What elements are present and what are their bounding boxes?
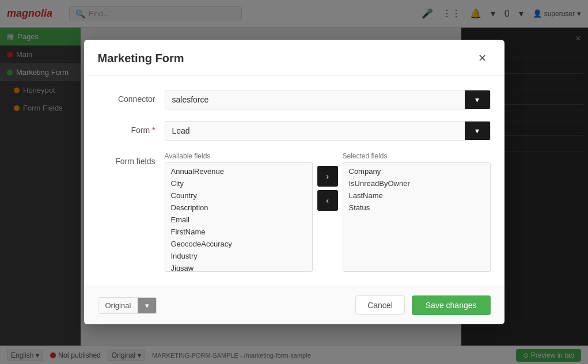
modal-header: Marketing Form ✕ (84, 40, 504, 76)
footer-left: Original ▾ (98, 297, 157, 314)
form-dropdown-button[interactable]: ▾ (465, 122, 490, 140)
available-fields-label: Available fields (165, 152, 313, 160)
field-item-geocodeaccuracy[interactable]: GeocodeAccuracy (165, 238, 312, 250)
modal-body: Connector salesforce ▾ Form * Lead ▾ (84, 76, 504, 286)
move-left-button[interactable]: ‹ (317, 190, 338, 211)
available-fields-col: Available fields AnnualRevenue City Coun… (165, 152, 313, 272)
form-value: Lead (165, 122, 465, 140)
modal-close-button[interactable]: ✕ (475, 50, 491, 66)
field-item-company[interactable]: Company (343, 165, 490, 177)
field-item-city[interactable]: City (165, 177, 312, 189)
field-item-country[interactable]: Country (165, 189, 312, 202)
field-item-firstname[interactable]: FirstName (165, 226, 312, 238)
form-required-marker: * (150, 126, 155, 135)
move-right-button[interactable]: › (317, 166, 338, 187)
variant-dropdown-button[interactable]: ▾ (138, 298, 156, 313)
modal-footer: Original ▾ Cancel Save changes (84, 286, 504, 324)
connector-row: Connector salesforce ▾ (98, 90, 491, 109)
form-fields-row: Form fields Available fields AnnualReven… (98, 152, 491, 272)
field-item-email[interactable]: Email (165, 214, 312, 226)
selected-fields-col: Selected fields Company IsUnreadByOwner … (343, 152, 491, 272)
form-field-label: Form * (98, 121, 155, 135)
variant-text: Original (98, 298, 138, 313)
fields-content: Available fields AnnualRevenue City Coun… (165, 152, 491, 272)
arrows-col: › ‹ (317, 152, 338, 211)
marketing-form-modal: Marketing Form ✕ Connector salesforce ▾ … (84, 40, 504, 324)
modal-title: Marketing Form (98, 52, 184, 65)
field-item-jigsaw[interactable]: Jigsaw (165, 262, 312, 272)
field-item-isunreadbyowner[interactable]: IsUnreadByOwner (343, 177, 490, 189)
field-item-description[interactable]: Description (165, 202, 312, 214)
form-chevron-icon: ▾ (475, 126, 479, 135)
modal-overlay: Marketing Form ✕ Connector salesforce ▾ … (0, 0, 588, 364)
field-item-lastname[interactable]: LastName (343, 189, 490, 202)
form-fields-label: Form fields (98, 152, 155, 166)
connector-chevron-icon: ▾ (475, 95, 479, 104)
form-control: Lead ▾ (165, 121, 491, 141)
variant-dropdown-icon: ▾ (145, 301, 149, 310)
field-item-status[interactable]: Status (343, 202, 490, 214)
variant-select-modal: Original ▾ (98, 297, 157, 314)
connector-value: salesforce (165, 90, 465, 109)
footer-right: Cancel Save changes (355, 295, 490, 315)
selected-fields-label: Selected fields (343, 152, 491, 160)
field-item-industry[interactable]: Industry (165, 250, 312, 262)
available-fields-list[interactable]: AnnualRevenue City Country Description E… (165, 162, 313, 272)
connector-label: Connector (98, 90, 155, 104)
field-item-annualrevenue[interactable]: AnnualRevenue (165, 165, 312, 177)
connector-control: salesforce ▾ (165, 90, 491, 109)
cancel-button[interactable]: Cancel (355, 295, 405, 315)
selected-fields-list[interactable]: Company IsUnreadByOwner LastName Status (343, 162, 491, 272)
connector-dropdown-button[interactable]: ▾ (465, 90, 490, 109)
form-row: Form * Lead ▾ (98, 121, 491, 141)
save-changes-button[interactable]: Save changes (412, 295, 491, 315)
